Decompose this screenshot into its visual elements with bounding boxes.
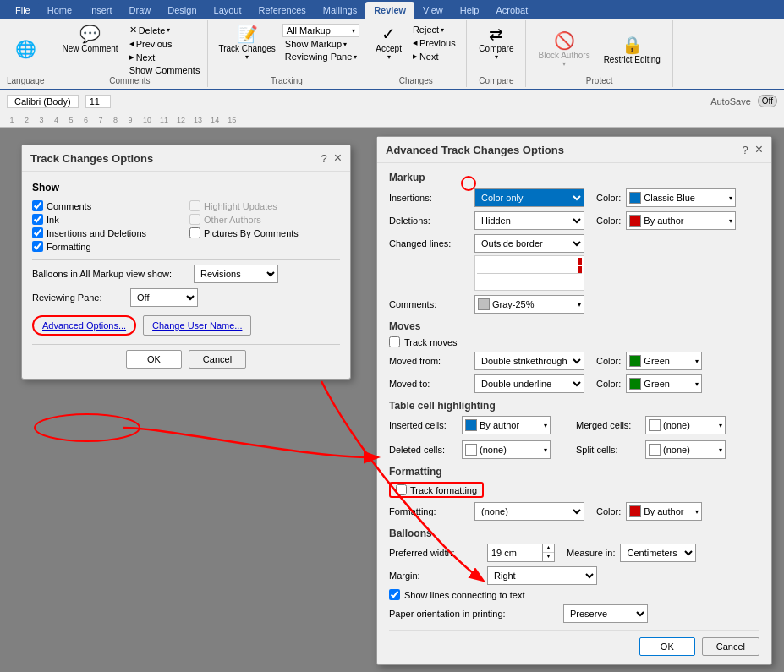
cb-insertions-input[interactable]	[32, 227, 43, 238]
autosave-toggle[interactable]: Off	[758, 95, 777, 107]
previous-comment-button[interactable]: ◂ Previous	[127, 37, 203, 50]
cb-formatting[interactable]: Formatting	[32, 241, 183, 252]
toolbar-area: Calibri (Body) 11 AutoSave Off	[0, 90, 784, 112]
atco-inserted-cells-select[interactable]: By author ▾	[462, 416, 551, 434]
atco-help-button[interactable]: ?	[742, 144, 748, 156]
tco-balloons-row: Balloons in All Markup view show: Revisi…	[32, 265, 340, 283]
tab-file[interactable]: File	[7, 2, 39, 19]
cb-other-authors: Other Authors	[189, 214, 340, 225]
all-markup-select[interactable]: All Markup ▾	[282, 24, 360, 37]
tab-view[interactable]: View	[414, 2, 452, 19]
show-markup-button[interactable]: Show Markup ▾	[282, 38, 360, 50]
tco-divider2	[32, 344, 340, 345]
compare-icon: ⇄	[489, 24, 503, 44]
restrict-editing-button[interactable]: 🔒 Restrict Editing	[599, 33, 666, 66]
block-authors-button[interactable]: 🚫 Block Authors ▾	[533, 29, 595, 69]
atco-preferred-width-input[interactable]: 19 cm ▲ ▼	[487, 544, 555, 562]
atco-show-lines-row[interactable]: Show lines connecting to text	[389, 589, 759, 600]
cb-pictures-input[interactable]	[189, 227, 200, 238]
cb-highlight: Highlight Updates	[189, 200, 340, 211]
atco-balloons-section: Balloons Preferred width: 19 cm ▲ ▼ Meas…	[389, 527, 759, 623]
atco-insertions-color-label: Color:	[596, 193, 621, 203]
atco-track-moves-row[interactable]: Track moves	[389, 336, 759, 347]
tco-link-buttons-row: Advanced Options... Change User Name...	[32, 315, 340, 336]
atco-insertions-select[interactable]: Color only	[474, 188, 584, 207]
atco-deletions-label: Deletions:	[389, 216, 469, 226]
tab-insert[interactable]: Insert	[80, 2, 121, 19]
cb-insertions[interactable]: Insertions and Deletions	[32, 227, 183, 238]
cb-formatting-input[interactable]	[32, 241, 43, 252]
tab-mailings[interactable]: Mailings	[315, 2, 365, 19]
atco-close-button[interactable]: ×	[755, 142, 763, 157]
cb-comments-input[interactable]	[32, 200, 43, 211]
track-changes-button[interactable]: 📝 Track Changes ▾	[213, 22, 280, 63]
atco-track-formatting-checkbox[interactable]	[396, 484, 407, 495]
advanced-options-button[interactable]: Advanced Options...	[32, 315, 136, 336]
ribbon-tab-bar: File Home Insert Draw Design Layout Refe…	[0, 0, 784, 19]
next-comment-label: Next	[136, 52, 156, 63]
font-name[interactable]: Calibri (Body)	[7, 95, 79, 108]
atco-ok-button[interactable]: OK	[639, 637, 695, 656]
tab-draw[interactable]: Draw	[121, 2, 160, 19]
compare-button[interactable]: ⇄ Compare ▾	[474, 22, 518, 63]
tco-balloons-select[interactable]: Revisions	[194, 265, 278, 283]
cb-other-authors-input[interactable]	[189, 214, 200, 225]
atco-split-cells-select[interactable]: (none) ▾	[645, 440, 726, 459]
atco-width-up[interactable]: ▲	[543, 544, 554, 553]
tco-title: Track Changes Options	[30, 152, 153, 165]
atco-fmt-select[interactable]: (none)	[474, 502, 584, 521]
atco-deletions-select[interactable]: Hidden	[474, 211, 584, 230]
tco-ok-button[interactable]: OK	[126, 350, 182, 369]
autosave-label: AutoSave	[710, 96, 751, 107]
tab-layout[interactable]: Layout	[206, 2, 250, 19]
cb-ink-label: Ink	[47, 215, 59, 225]
atco-width-spinner[interactable]: ▲ ▼	[542, 544, 554, 561]
atco-split-cells-row: Split cells: (none) ▾	[576, 440, 759, 459]
next-comment-button[interactable]: ▸ Next	[127, 51, 203, 63]
delete-button[interactable]: ✕ Delete ▾	[127, 24, 203, 36]
tab-home[interactable]: Home	[39, 2, 80, 19]
next-change-button[interactable]: ▸ Next	[410, 50, 458, 63]
atco-margin-select[interactable]: Right	[487, 566, 597, 585]
atco-split-cells-swatch	[649, 444, 661, 456]
cb-ink[interactable]: Ink	[32, 214, 183, 225]
font-size[interactable]: 11	[85, 95, 111, 108]
tab-help[interactable]: Help	[452, 2, 488, 19]
atco-deleted-cells-select[interactable]: (none) ▾	[462, 440, 551, 459]
tco-close-button[interactable]: ×	[334, 150, 342, 166]
atco-cancel-button[interactable]: Cancel	[702, 637, 759, 656]
cb-highlight-input[interactable]	[189, 200, 200, 211]
change-user-name-button[interactable]: Change User Name...	[143, 315, 251, 336]
cb-ink-input[interactable]	[32, 214, 43, 225]
tab-design[interactable]: Design	[159, 2, 205, 19]
tco-cancel-button[interactable]: Cancel	[189, 350, 246, 369]
track-changes-arrow: ▾	[245, 53, 249, 61]
comments-nav-col: ✕ Delete ▾ ◂ Previous ▸ Next Show Commen…	[127, 22, 203, 76]
show-comments-button[interactable]: Show Comments	[127, 64, 203, 76]
tab-references[interactable]: References	[250, 2, 315, 19]
atco-track-moves-checkbox[interactable]	[389, 336, 400, 347]
cb-formatting-label: Formatting	[47, 242, 91, 252]
atco-comments-row: Comments: Gray-25% ▾	[389, 295, 759, 314]
tab-acrobat[interactable]: Acrobat	[487, 2, 536, 19]
cb-pictures[interactable]: Pictures By Comments	[189, 227, 340, 238]
atco-width-down[interactable]: ▼	[543, 553, 554, 561]
atco-moved-to-select[interactable]: Double underline	[474, 374, 584, 393]
atco-merged-cells-select[interactable]: (none) ▾	[645, 416, 726, 434]
new-comment-button[interactable]: 💬 New Comment	[58, 22, 123, 55]
reviewing-pane-button[interactable]: Reviewing Pane ▾	[282, 51, 360, 63]
atco-changed-lines-select[interactable]: Outside border	[474, 234, 584, 253]
atco-show-lines-checkbox[interactable]	[389, 589, 400, 600]
atco-measure-in-select[interactable]: Centimeters	[620, 544, 696, 562]
atco-moved-to-color-name: Green	[644, 379, 693, 389]
tco-help-button[interactable]: ?	[321, 152, 326, 165]
cb-comments[interactable]: Comments	[32, 200, 183, 211]
atco-moved-from-select[interactable]: Double strikethrough	[474, 352, 584, 370]
reject-button[interactable]: Reject ▾	[410, 24, 458, 36]
tab-review[interactable]: Review	[365, 2, 414, 19]
tco-reviewing-select[interactable]: Off	[130, 288, 198, 307]
atco-paper-orientation-select[interactable]: Preserve	[563, 604, 648, 623]
accept-button[interactable]: ✓ Accept ▾	[370, 22, 407, 63]
atco-inserted-cells-row: Inserted cells: By author ▾	[389, 416, 573, 434]
previous-change-button[interactable]: ◂ Previous	[410, 36, 458, 49]
